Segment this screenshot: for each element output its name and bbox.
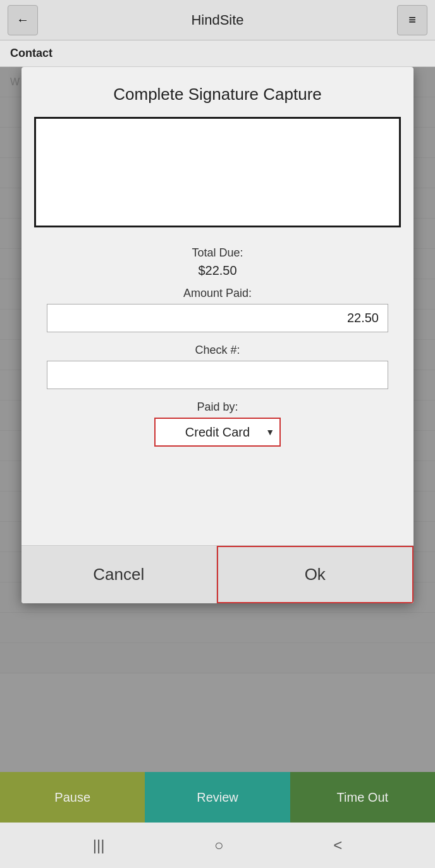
back-button[interactable]: ← [8,5,38,35]
pause-button[interactable]: Pause [0,772,145,823]
total-due-label: Total Due: [47,246,388,260]
app-bar: ← HindSite ≡ [0,0,435,40]
check-number-label: Check #: [47,344,388,357]
timeout-button[interactable]: Time Out [290,772,435,823]
dialog-spacer [21,469,414,545]
signature-dialog: Complete Signature Capture Total Due: $2… [21,67,414,603]
review-button[interactable]: Review [145,772,290,823]
dialog-buttons: Cancel Ok [21,545,414,603]
amount-paid-input[interactable] [47,304,388,332]
action-bar: Pause Review Time Out [0,772,435,823]
ok-button[interactable]: Ok [217,546,414,603]
home-icon[interactable]: ○ [214,836,224,854]
cancel-button[interactable]: Cancel [21,546,217,603]
paid-by-container: Credit Card Cash Check Other ▼ [154,418,281,447]
form-section: Total Due: $22.50 Amount Paid: Check #: … [21,240,414,469]
paid-by-wrapper: Credit Card Cash Check Other ▼ [47,418,388,447]
check-number-input[interactable] [47,361,388,389]
total-due-value: $22.50 [47,263,388,278]
system-back-icon[interactable]: < [333,836,342,854]
recent-apps-icon[interactable]: ||| [93,836,105,854]
paid-by-select[interactable]: Credit Card Cash Check Other [154,418,281,447]
app-title: HindSite [191,12,243,28]
dialog-title: Complete Signature Capture [21,67,414,117]
menu-icon: ≡ [408,13,416,27]
page-content: W Complete Signature Capture Total Due: … [0,67,435,772]
back-icon: ← [16,13,29,27]
system-nav-bar: ||| ○ < [0,823,435,868]
signature-canvas[interactable] [34,117,401,227]
amount-paid-label: Amount Paid: [47,287,388,300]
paid-by-label: Paid by: [47,401,388,414]
contact-label: Contact [10,47,52,59]
contact-bar: Contact [0,40,435,67]
menu-button[interactable]: ≡ [397,5,427,35]
